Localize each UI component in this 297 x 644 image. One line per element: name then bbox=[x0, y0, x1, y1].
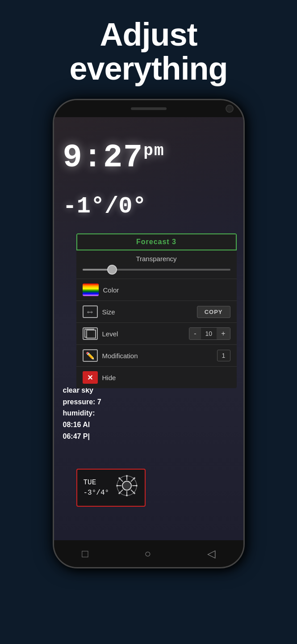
level-value: 10 bbox=[201, 328, 217, 339]
level-box-icon bbox=[84, 329, 96, 339]
svg-point-15 bbox=[134, 492, 135, 494]
phone-top-bar bbox=[54, 100, 243, 117]
transparency-label: Transparency bbox=[83, 255, 230, 263]
weather-pressure: pressure: 7 bbox=[63, 396, 101, 408]
phone-speaker bbox=[131, 107, 167, 110]
nav-circle-icon[interactable]: ○ bbox=[144, 547, 151, 560]
navigation-bar: □ ○ ◁ bbox=[54, 540, 243, 567]
size-label: Size bbox=[102, 308, 192, 316]
clock-display: 9:27pm bbox=[63, 140, 165, 176]
headline-line1: Adjust bbox=[100, 17, 197, 52]
phone-screen: 9:27pm -1°/0° clear sky pressure: 7 humi… bbox=[54, 117, 243, 540]
svg-point-11 bbox=[126, 495, 128, 496]
level-controls[interactable]: - 10 + bbox=[189, 327, 230, 340]
forecast-panel-title: Forecast 3 bbox=[136, 238, 176, 246]
svg-point-12 bbox=[116, 485, 118, 487]
color-row[interactable]: Color bbox=[76, 279, 237, 301]
level-plus-button[interactable]: + bbox=[217, 328, 230, 339]
slider-track bbox=[83, 269, 230, 271]
weather-sunrise: 08:16 Al bbox=[63, 419, 101, 431]
svg-point-17 bbox=[118, 492, 120, 494]
temperature-display: -1°/0° bbox=[63, 193, 146, 220]
modification-row[interactable]: ✏️ Modification 1 bbox=[76, 345, 237, 367]
level-icon bbox=[83, 327, 98, 340]
modification-value: 1 bbox=[217, 350, 230, 361]
forecast-panel: Forecast 3 Transparency Color bbox=[76, 233, 237, 388]
weather-sunset: 06:47 P| bbox=[63, 431, 101, 442]
forecast-panel-header: Forecast 3 bbox=[76, 233, 237, 250]
level-row: Level - 10 + bbox=[76, 323, 237, 345]
color-label: Color bbox=[103, 286, 230, 294]
nav-triangle-icon[interactable]: ◁ bbox=[207, 547, 215, 560]
svg-point-14 bbox=[118, 477, 120, 479]
svg-point-13 bbox=[136, 485, 138, 487]
svg-point-10 bbox=[126, 475, 128, 477]
transparency-row: Transparency bbox=[76, 250, 237, 279]
headline-line2: everything bbox=[69, 51, 227, 86]
resize-icon: ⤢ bbox=[83, 305, 98, 318]
forecast-widget-text: TUE -3°/4° bbox=[84, 478, 109, 498]
nav-square-icon[interactable]: □ bbox=[82, 547, 88, 560]
hide-icon: ✕ bbox=[83, 371, 98, 384]
clock-ampm: pm bbox=[143, 142, 164, 160]
sun-icon bbox=[115, 474, 138, 501]
svg-point-16 bbox=[134, 477, 135, 479]
modification-label: Modification bbox=[102, 352, 213, 360]
hide-label: Hide bbox=[102, 374, 230, 381]
phone-button-right bbox=[243, 176, 245, 208]
level-label: Level bbox=[102, 330, 185, 338]
forecast-day: TUE bbox=[84, 478, 109, 487]
headline: Adjust everything bbox=[69, 18, 227, 85]
forecast-temp: -3°/4° bbox=[84, 488, 109, 498]
transparency-slider[interactable] bbox=[83, 265, 230, 274]
phone-camera bbox=[226, 105, 234, 113]
slider-thumb[interactable] bbox=[107, 265, 117, 275]
rainbow-color-icon bbox=[83, 284, 99, 296]
level-minus-button[interactable]: - bbox=[189, 328, 201, 339]
copy-button[interactable]: COPY bbox=[197, 306, 230, 318]
forecast-widget[interactable]: TUE -3°/4° bbox=[76, 469, 146, 507]
weather-info: clear sky pressure: 7 humidity: 08:16 Al… bbox=[63, 385, 101, 442]
phone-frame: 9:27pm -1°/0° clear sky pressure: 7 humi… bbox=[53, 99, 245, 568]
modification-icon: ✏️ bbox=[83, 349, 98, 362]
clock-time: 9:27 bbox=[63, 140, 144, 176]
svg-point-1 bbox=[122, 481, 131, 490]
size-row[interactable]: ⤢ Size COPY bbox=[76, 301, 237, 323]
hide-row[interactable]: ✕ Hide bbox=[76, 367, 237, 388]
weather-humidity: humidity: bbox=[63, 407, 101, 419]
